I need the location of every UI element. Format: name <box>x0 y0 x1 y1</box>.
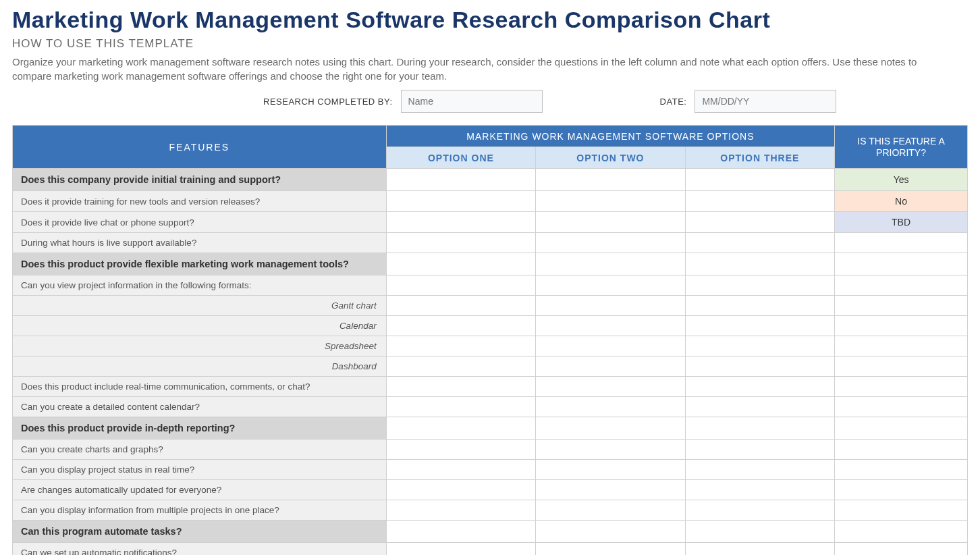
option-cell[interactable] <box>536 169 685 191</box>
option-cell[interactable] <box>685 377 835 397</box>
priority-cell[interactable]: No <box>835 191 968 212</box>
priority-cell[interactable]: Yes <box>835 169 968 191</box>
option-cell[interactable] <box>536 521 685 543</box>
option-cell[interactable] <box>685 460 835 480</box>
date-input[interactable] <box>695 90 836 113</box>
option-cell[interactable] <box>685 397 835 417</box>
option-cell[interactable] <box>685 212 835 233</box>
option-cell[interactable] <box>536 233 685 253</box>
priority-cell[interactable] <box>835 480 968 500</box>
option-cell[interactable] <box>386 521 535 543</box>
feature-cell: Can you create a detailed content calend… <box>13 397 387 417</box>
priority-cell[interactable] <box>835 543 968 556</box>
option-cell[interactable] <box>386 233 535 253</box>
option-cell[interactable] <box>386 296 535 316</box>
option-cell[interactable] <box>685 191 835 212</box>
option-cell[interactable] <box>386 543 535 556</box>
option-cell[interactable] <box>685 480 835 500</box>
option-cell[interactable] <box>685 296 835 316</box>
priority-cell[interactable] <box>835 316 968 336</box>
option-cell[interactable] <box>386 397 535 417</box>
priority-cell[interactable] <box>835 460 968 480</box>
option-cell[interactable] <box>685 253 835 275</box>
header-priority: IS THIS FEATURE A PRIORITY? <box>835 126 968 169</box>
option-cell[interactable] <box>685 521 835 543</box>
priority-cell[interactable] <box>835 397 968 417</box>
option-cell[interactable] <box>386 253 535 275</box>
option-cell[interactable] <box>536 480 685 500</box>
priority-cell[interactable] <box>835 296 968 316</box>
priority-cell[interactable] <box>835 500 968 521</box>
feature-cell: Can you display information from multipl… <box>13 500 387 521</box>
priority-cell[interactable] <box>835 521 968 543</box>
option-cell[interactable] <box>685 500 835 521</box>
feature-cell: Spreadsheet <box>13 336 387 356</box>
option-cell[interactable] <box>386 460 535 480</box>
priority-cell[interactable] <box>835 356 968 377</box>
option-cell[interactable] <box>536 191 685 212</box>
option-cell[interactable] <box>685 440 835 460</box>
option-cell[interactable] <box>386 169 535 191</box>
option-cell[interactable] <box>536 356 685 377</box>
option-cell[interactable] <box>386 336 535 356</box>
option-cell[interactable] <box>386 356 535 377</box>
option-cell[interactable] <box>685 316 835 336</box>
option-cell[interactable] <box>685 543 835 556</box>
option-cell[interactable] <box>536 377 685 397</box>
option-cell[interactable] <box>386 191 535 212</box>
table-row: Can this program automate tasks? <box>13 521 968 543</box>
table-row: Can you display project status in real t… <box>13 460 968 480</box>
option-cell[interactable] <box>536 397 685 417</box>
option-cell[interactable] <box>536 316 685 336</box>
table-row: Does it provide live chat or phone suppo… <box>13 212 968 233</box>
option-cell[interactable] <box>386 275 535 296</box>
feature-cell: Dashboard <box>13 356 387 377</box>
option-cell[interactable] <box>386 500 535 521</box>
option-cell[interactable] <box>685 275 835 296</box>
priority-cell[interactable]: TBD <box>835 212 968 233</box>
priority-cell[interactable] <box>835 275 968 296</box>
option-cell[interactable] <box>386 417 535 440</box>
table-row: Are changes automatically updated for ev… <box>13 480 968 500</box>
priority-cell[interactable] <box>835 233 968 253</box>
option-cell[interactable] <box>536 440 685 460</box>
option-cell[interactable] <box>685 169 835 191</box>
feature-cell: Does it provide training for new tools a… <box>13 191 387 212</box>
research-by-input[interactable] <box>401 90 543 113</box>
option-cell[interactable] <box>536 460 685 480</box>
date-label: DATE: <box>660 97 687 107</box>
priority-cell[interactable] <box>835 336 968 356</box>
priority-cell[interactable] <box>835 377 968 397</box>
option-cell[interactable] <box>536 275 685 296</box>
header-features: FEATURES <box>13 126 387 169</box>
option-cell[interactable] <box>536 543 685 556</box>
option-cell[interactable] <box>685 233 835 253</box>
option-cell[interactable] <box>536 212 685 233</box>
option-cell[interactable] <box>386 480 535 500</box>
option-cell[interactable] <box>386 212 535 233</box>
priority-cell[interactable] <box>835 417 968 440</box>
option-cell[interactable] <box>536 417 685 440</box>
option-cell[interactable] <box>386 377 535 397</box>
option-cell[interactable] <box>685 336 835 356</box>
option-cell[interactable] <box>536 253 685 275</box>
priority-cell[interactable] <box>835 440 968 460</box>
table-row: Spreadsheet <box>13 336 968 356</box>
table-row: Does this product provide in-depth repor… <box>13 417 968 440</box>
option-cell[interactable] <box>536 336 685 356</box>
feature-cell: Does it provide live chat or phone suppo… <box>13 212 387 233</box>
table-row: Does this product provide flexible marke… <box>13 253 968 275</box>
table-row: During what hours is live support availa… <box>13 233 968 253</box>
option-cell[interactable] <box>386 316 535 336</box>
option-cell[interactable] <box>536 500 685 521</box>
option-cell[interactable] <box>536 296 685 316</box>
feature-cell: Does this product provide in-depth repor… <box>13 417 387 440</box>
feature-cell: Calendar <box>13 316 387 336</box>
option-cell[interactable] <box>685 417 835 440</box>
table-row: Does this product include real-time comm… <box>13 377 968 397</box>
option-cell[interactable] <box>685 356 835 377</box>
option-cell[interactable] <box>386 440 535 460</box>
meta-row: RESEARCH COMPLETED BY: DATE: <box>12 90 968 113</box>
priority-cell[interactable] <box>835 253 968 275</box>
table-row: Can you create a detailed content calend… <box>13 397 968 417</box>
